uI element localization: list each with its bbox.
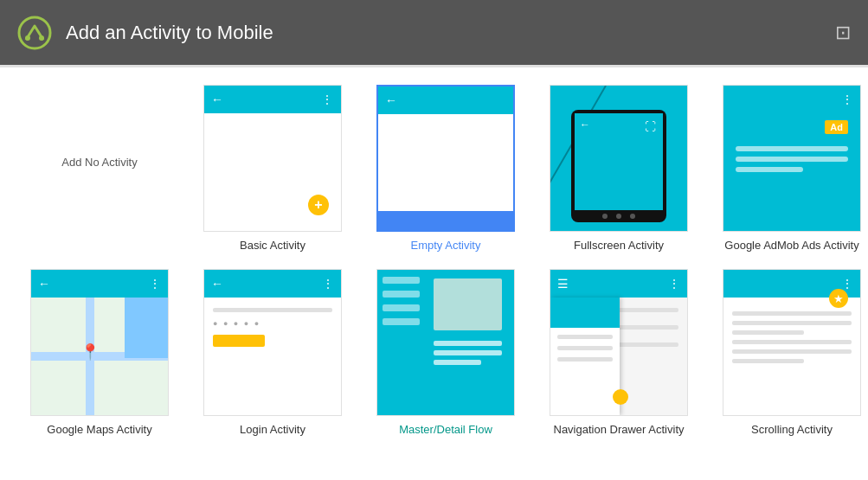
activity-item-master-detail[interactable]: Master/Detail Flow: [372, 269, 519, 436]
activity-grid-container: Add No Activity ← ⋮ + Basic Activity ← E…: [0, 67, 868, 480]
login-password-stars: ● ● ● ● ●: [213, 319, 332, 328]
admob-line-2: [736, 157, 848, 162]
scrolling-menu-icon: ⋮: [841, 277, 853, 291]
login-menu-icon: ⋮: [322, 277, 334, 291]
admob-line-1: [736, 146, 848, 151]
android-studio-logo-icon: [17, 16, 52, 50]
activity-thumb-empty: ←: [376, 85, 515, 232]
maps-toolbar: ← ⋮: [31, 270, 168, 298]
master-text-lines: [434, 341, 502, 369]
nav-toolbar: ☰ ⋮: [550, 270, 687, 298]
admob-toolbar: ⋮: [723, 86, 860, 113]
scrolling-line-3: [732, 330, 804, 335]
basic-toolbar: ← ⋮: [204, 86, 341, 113]
nav-drawer-item-3: [557, 357, 613, 362]
nav-dot-1: [602, 214, 608, 219]
activity-label-fullscreen: Fullscreen Activity: [574, 239, 664, 252]
master-content-image: [434, 278, 502, 330]
activity-label-empty: Empty Activity: [411, 239, 481, 252]
scrolling-line-1: [732, 311, 852, 316]
maps-marker-icon: 📍: [80, 342, 100, 362]
admob-menu-icon: ⋮: [841, 93, 853, 106]
scrolling-content: [723, 304, 860, 375]
maps-water: [125, 298, 168, 358]
activity-thumb-nav: ☰ ⋮: [550, 269, 688, 416]
scrolling-fab: ★: [829, 289, 848, 308]
scrolling-line-2: [732, 321, 852, 325]
activity-item-fullscreen-activity[interactable]: ← ⛶ Fullscreen Activity: [545, 85, 692, 252]
master-list-item-1: [383, 277, 420, 284]
master-text-line-2: [434, 350, 502, 355]
header: Add an Activity to Mobile ⊡: [0, 0, 868, 65]
nav-dot-3: [630, 214, 635, 219]
activity-label-nav: Navigation Drawer Activity: [554, 423, 685, 436]
svg-point-2: [39, 35, 44, 41]
master-list-item-2: [383, 291, 420, 298]
activity-thumb-maps: ← ⋮ 📍: [30, 269, 169, 416]
login-username-field: [213, 308, 332, 312]
phone-nav-bar: [571, 214, 666, 219]
fullscreen-phone: ← ⛶: [571, 110, 666, 222]
maps-map-area: 📍: [31, 298, 168, 415]
login-back-icon: ←: [211, 277, 223, 291]
activity-item-scrolling-activity[interactable]: ⋮ ★ Scrolling Activity: [718, 269, 865, 436]
scrolling-line-6: [732, 359, 804, 363]
nav-hamburger-icon: ☰: [557, 277, 569, 291]
fullscreen-expand-icon: ⛶: [645, 120, 656, 133]
nav-drawer-item-2: [557, 346, 613, 350]
window-icon[interactable]: ⊡: [835, 22, 851, 44]
fullscreen-back-icon: ←: [580, 118, 590, 131]
nav-menu-icon: ⋮: [668, 277, 680, 291]
nav-drawer-item-1: [557, 335, 613, 339]
login-toolbar: ← ⋮: [204, 270, 341, 298]
activity-item-nav-drawer[interactable]: ☰ ⋮: [545, 269, 692, 436]
activity-label-maps: Google Maps Activity: [47, 423, 151, 436]
nav-drawer-panel: [550, 298, 620, 415]
page-title: Add an Activity to Mobile: [66, 22, 273, 44]
master-list-item-3: [383, 304, 420, 311]
svg-point-1: [25, 35, 30, 41]
activity-item-empty-activity[interactable]: ← Empty Activity: [372, 85, 519, 252]
activity-thumb-scrolling: ⋮ ★: [723, 269, 861, 416]
scrolling-line-5: [732, 349, 852, 354]
basic-menu-icon: ⋮: [321, 93, 334, 106]
master-text-line-1: [434, 341, 502, 346]
maps-menu-icon: ⋮: [149, 277, 161, 291]
nav-drawer-fab: [613, 389, 628, 405]
activity-item-maps-activity[interactable]: ← ⋮ 📍 Google Maps Activity: [26, 269, 173, 436]
nav-drawer-header: [550, 298, 620, 328]
activity-item-login-activity[interactable]: ← ⋮ ● ● ● ● ● Login Activity: [199, 269, 346, 436]
activity-label-scrolling: Scrolling Activity: [751, 423, 833, 436]
login-form: ● ● ● ● ●: [204, 298, 341, 357]
scrolling-line-4: [732, 340, 852, 344]
admob-ad-badge: Ad: [825, 120, 848, 134]
activity-thumb-basic: ← ⋮ +: [203, 85, 342, 232]
master-list-item-4: [383, 318, 420, 325]
activity-thumb-master: [376, 269, 515, 416]
admob-line-3: [736, 167, 803, 172]
login-submit-btn: [213, 335, 265, 347]
activity-label-add-no-activity: Add No Activity: [61, 156, 137, 169]
basic-back-icon: ←: [211, 93, 223, 106]
basic-fab: +: [308, 195, 329, 215]
activity-label-login: Login Activity: [240, 423, 305, 436]
activity-thumb-fullscreen: ← ⛶: [550, 85, 688, 232]
master-text-line-3: [434, 360, 481, 365]
activity-item-basic-activity[interactable]: ← ⋮ + Basic Activity: [199, 85, 346, 252]
activity-label-admob: Google AdMob Ads Activity: [724, 239, 858, 252]
master-left-panel: [377, 270, 425, 415]
activity-item-admob-activity[interactable]: ⋮ Ad Google AdMob Ads Activity: [718, 85, 865, 252]
activity-thumb-admob: ⋮ Ad: [723, 85, 861, 232]
admob-content-lines: [736, 146, 848, 177]
svg-point-0: [19, 17, 50, 48]
activity-label-basic: Basic Activity: [240, 239, 305, 252]
activity-label-master: Master/Detail Flow: [399, 423, 492, 436]
empty-selected-bar: [378, 211, 513, 230]
empty-toolbar: ←: [378, 86, 513, 114]
activity-thumb-login: ← ⋮ ● ● ● ● ●: [203, 269, 342, 416]
nav-dot-2: [616, 214, 621, 219]
activity-grid: Add No Activity ← ⋮ + Basic Activity ← E…: [26, 85, 842, 436]
fullscreen-screen: ← ⛶: [575, 113, 663, 210]
activity-item-add-no-activity[interactable]: Add No Activity: [26, 85, 173, 232]
maps-back-icon: ←: [38, 277, 50, 291]
